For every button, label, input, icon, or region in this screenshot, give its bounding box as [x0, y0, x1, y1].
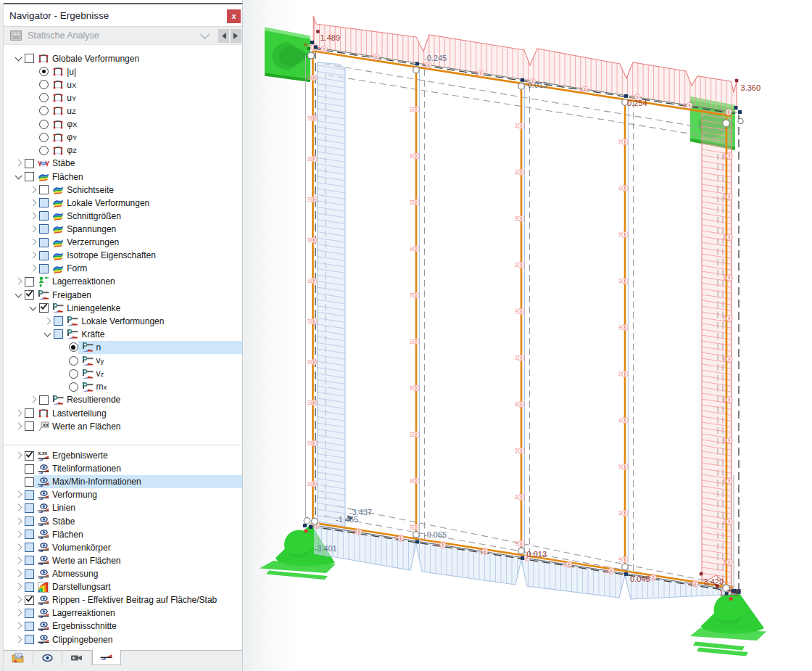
- tree-item[interactable]: Abmessung: [4, 567, 242, 580]
- checkbox[interactable]: [54, 329, 63, 339]
- tree-item[interactable]: Flächen: [4, 170, 242, 183]
- tree-item[interactable]: Rippen - Effektiver Beitrag auf Fläche/S…: [4, 593, 242, 606]
- checkbox[interactable]: [25, 290, 34, 300]
- tree-item[interactable]: Verzerrungen: [4, 236, 242, 249]
- tree-item[interactable]: Werte an Flächen: [4, 554, 242, 567]
- checkbox[interactable]: [25, 408, 34, 418]
- dropdown-chevron-icon[interactable]: [200, 30, 210, 39]
- tree-item[interactable]: Lastverteilung: [4, 406, 242, 419]
- panel-titlebar[interactable]: Navigator - Ergebnisse x: [4, 4, 242, 27]
- checkbox[interactable]: [25, 583, 34, 592]
- radio-button[interactable]: [69, 356, 78, 366]
- tree-item[interactable]: φX: [4, 118, 242, 131]
- checkbox[interactable]: [39, 238, 49, 247]
- tree-item[interactable]: n: [4, 341, 242, 354]
- tree-item[interactable]: vy: [4, 354, 242, 367]
- tree-item[interactable]: Resultierende: [4, 393, 242, 406]
- checkbox[interactable]: [25, 635, 34, 644]
- radio-button[interactable]: [39, 67, 49, 76]
- tree-item[interactable]: Stäbe: [4, 157, 242, 170]
- tree-item[interactable]: Werte an Flächen: [4, 420, 242, 433]
- checkbox[interactable]: [54, 316, 63, 326]
- tree-item-label: uX: [67, 80, 76, 90]
- tab-views[interactable]: [62, 651, 92, 665]
- checkbox[interactable]: [25, 172, 34, 181]
- checkbox[interactable]: [39, 211, 49, 221]
- radio-button[interactable]: [69, 342, 78, 352]
- checkbox[interactable]: [25, 516, 34, 526]
- tab-results[interactable]: [92, 650, 122, 665]
- checkbox[interactable]: [39, 251, 49, 260]
- tree-item[interactable]: Lagerreaktionen: [4, 275, 242, 288]
- checkbox[interactable]: [25, 530, 34, 539]
- checkbox[interactable]: [25, 477, 34, 487]
- tree-item[interactable]: Lagerreaktionen: [4, 606, 242, 619]
- tree-item[interactable]: Darstellungsart: [4, 580, 242, 593]
- tree-item[interactable]: Isotrope Eigenschaften: [4, 249, 242, 262]
- tree-item[interactable]: Spannungen: [4, 223, 242, 236]
- tree-item[interactable]: Lokale Verformungen: [4, 197, 242, 210]
- tree-item[interactable]: Freigaben: [4, 288, 242, 301]
- checkbox[interactable]: [25, 277, 34, 287]
- checkbox[interactable]: [25, 54, 34, 63]
- tab-display[interactable]: [33, 651, 63, 665]
- tree-item[interactable]: Flächen: [4, 528, 242, 541]
- tree-item[interactable]: φY: [4, 131, 242, 144]
- radio-button[interactable]: [39, 106, 49, 115]
- checkbox[interactable]: [25, 556, 34, 565]
- tree-item[interactable]: Verformung: [4, 488, 242, 501]
- tree-item[interactable]: uX: [4, 78, 242, 91]
- tree-item[interactable]: Titelinformationen: [4, 462, 242, 475]
- tree-item[interactable]: Form: [4, 262, 242, 275]
- checkbox[interactable]: [39, 185, 49, 194]
- radio-button[interactable]: [39, 120, 49, 129]
- checkbox[interactable]: [25, 569, 34, 579]
- checkbox[interactable]: [25, 543, 34, 552]
- tree-item[interactable]: Ergebnisschnitte: [4, 619, 242, 633]
- checkbox[interactable]: [25, 503, 34, 513]
- analysis-selector-value[interactable]: Statische Analyse: [28, 30, 202, 41]
- tree-item[interactable]: φZ: [4, 144, 242, 157]
- checkbox[interactable]: [39, 198, 49, 207]
- tree-item[interactable]: Max/Min-Informationen: [4, 475, 242, 488]
- tree-item[interactable]: Volumenkörper: [4, 541, 242, 554]
- tab-data[interactable]: [4, 651, 33, 665]
- checkbox[interactable]: [39, 224, 49, 234]
- tree-item[interactable]: |u|: [4, 65, 242, 78]
- close-button[interactable]: x: [227, 9, 241, 23]
- tree-item[interactable]: uZ: [4, 104, 242, 118]
- tree-item-label: Flächen: [52, 172, 83, 182]
- tree-item[interactable]: Stäbe: [4, 515, 242, 528]
- radio-button[interactable]: [69, 382, 78, 392]
- tree-item[interactable]: Lokale Verformungen: [4, 315, 242, 328]
- tree-item[interactable]: vz: [4, 367, 242, 380]
- checkbox[interactable]: [39, 264, 49, 273]
- previous-button[interactable]: [218, 29, 229, 43]
- tree-item[interactable]: Schnittgrößen: [4, 210, 242, 223]
- checkbox[interactable]: [25, 609, 34, 618]
- tree-item[interactable]: Globale Verformungen: [4, 52, 242, 65]
- tree-item[interactable]: Schichtseite: [4, 184, 242, 197]
- checkbox[interactable]: [25, 490, 34, 500]
- radio-button[interactable]: [69, 369, 78, 379]
- checkbox[interactable]: [39, 303, 49, 313]
- radio-button[interactable]: [39, 80, 49, 89]
- tree-item[interactable]: Clippingebenen: [4, 633, 242, 646]
- radio-button[interactable]: [39, 146, 49, 155]
- tree-item[interactable]: Liniengelenke: [4, 302, 242, 315]
- checkbox[interactable]: [25, 596, 34, 605]
- tree-item[interactable]: mx: [4, 380, 242, 393]
- checkbox[interactable]: [25, 622, 34, 631]
- tree-item[interactable]: Ergebniswerte: [4, 449, 242, 462]
- tree-item[interactable]: Linien: [4, 501, 242, 514]
- radio-button[interactable]: [39, 93, 49, 102]
- tree-item[interactable]: uY: [4, 91, 242, 104]
- radio-button[interactable]: [39, 133, 49, 142]
- checkbox[interactable]: [25, 421, 34, 431]
- checkbox[interactable]: [39, 395, 49, 405]
- checkbox[interactable]: [25, 159, 34, 168]
- checkbox[interactable]: [25, 464, 34, 474]
- tree-item[interactable]: Kräfte: [4, 328, 242, 341]
- checkbox[interactable]: [25, 451, 34, 461]
- next-button[interactable]: [231, 29, 241, 43]
